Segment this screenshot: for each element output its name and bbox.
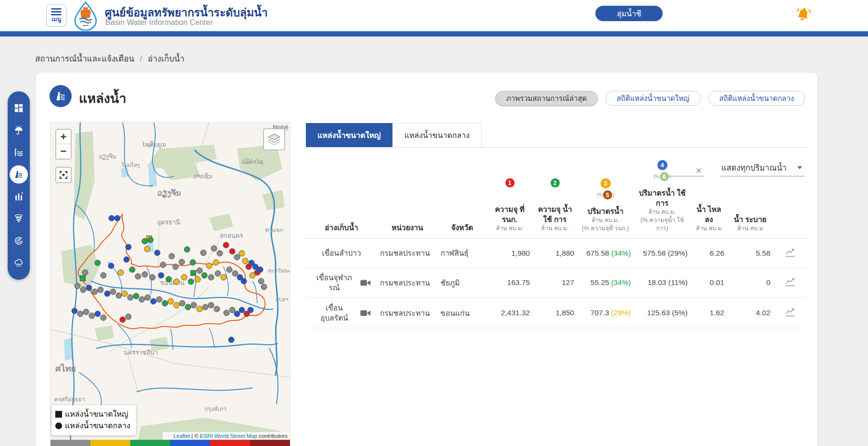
sidebar-item-reservoir-active[interactable] — [10, 165, 28, 184]
leaflet-map[interactable]: Nghệ Aໄຊສົມບູນວຽງຈັນໂພນໂຮງປາກຊັນບໍລິຄຳໄຊ… — [50, 122, 290, 446]
hamburger-icon — [51, 8, 62, 15]
col-label: จังหวัด — [440, 223, 484, 233]
attribution-separator: | © — [191, 433, 199, 439]
sidebar-item-weather[interactable] — [10, 254, 28, 272]
camera-icon[interactable] — [360, 279, 371, 286]
open-chart-button[interactable] — [785, 307, 795, 317]
svg-text:ໄຊສົມບູນ: ໄຊສົມບູນ — [142, 141, 166, 149]
svg-text:ບໍລິຄຳໄຊ: ບໍລິຄຳໄຊ — [242, 158, 264, 165]
header-action-buttons: ภาพรวมสถานการณ์ล่าสุด สถิติแหล่งน้ำขนาดใ… — [495, 91, 805, 106]
zoom-out-button[interactable]: − — [56, 144, 71, 159]
notification-bell-icon[interactable] — [794, 6, 812, 24]
page-title: แหล่งน้ำ — [79, 88, 126, 109]
usable-volume-cell: 18.03 (11%) — [634, 268, 691, 298]
sidebar-item-groundwater[interactable] — [10, 187, 28, 206]
breadcrumb-parent-link[interactable]: สถานการณ์น้ำและแจ้งเตือน — [35, 54, 134, 63]
fullscreen-icon — [59, 171, 68, 179]
sidebar-item-radar[interactable] — [10, 232, 28, 250]
rain-umbrella-icon — [13, 125, 24, 136]
leaflet-link[interactable]: Leaflet — [173, 433, 190, 439]
radar-icon — [13, 235, 24, 246]
col-agency: หน่วยงาน — [377, 158, 438, 239]
svg-text:กรุงสํเภา: กรุงสํเภา — [204, 406, 226, 413]
discharge-cell: 4.02 — [727, 298, 773, 328]
basemap: Nghệ Aໄຊສົມບູນວຽງຈັນໂພນໂຮງປາກຊັນບໍລິຄຳໄຊ… — [50, 123, 290, 446]
sidebar-item-storm[interactable] — [10, 210, 28, 228]
col-name: อ่างเก็บน้ำ — [306, 158, 377, 239]
volume-cell: 707.3(29%) — [577, 298, 634, 328]
dam-icon — [54, 90, 67, 102]
col-cap: 1ความจุ ที่ รนก.ล้าน ลบ.ม. — [487, 158, 533, 239]
usable-volume-cell: 575.58 (29%) — [634, 239, 691, 268]
table-row: เขื่อนลำปาวกรมชลประทานกาฬสินธุ์1,9801,88… — [306, 239, 807, 268]
layers-control-button[interactable] — [263, 128, 285, 150]
map-zoom-control: + − — [55, 129, 72, 160]
size-tabs: แหล่งน้ำขนาดใหญ่ แหล่งน้ำขนาดกลาง — [306, 123, 807, 148]
chart-line-icon — [785, 307, 795, 317]
overview-latest-button[interactable]: ภาพรวมสถานการณ์ล่าสุด — [495, 91, 598, 106]
clear-icon[interactable]: ✕ — [695, 167, 702, 175]
water-sources-card: แหล่งน้ำ ภาพรวมสถานการณ์ล่าสุด สถิติแหล่… — [35, 72, 818, 446]
attribution-suffix: contributors — [259, 433, 288, 439]
inflow-cell: 6.26 — [691, 239, 727, 268]
dashboard-icon — [13, 103, 24, 113]
basin-selector-button[interactable]: ลุ่มน้ำชี — [595, 6, 663, 21]
breadcrumb: สถานการณ์น้ำและแจ้งเตือน / อ่างเก็บน้ำ — [35, 52, 184, 65]
col-vol: 3(%5)ปริมาตรน้ำล้าน ลบ.ม.(% ความจุที่ รน… — [577, 158, 634, 239]
col-label: ความจุ น้ำใช้ การ — [536, 204, 574, 224]
col-unit: ล้าน ลบ.ม. — [580, 216, 631, 224]
usable-capacity-cell: 1,880 — [533, 239, 577, 268]
camera-icon[interactable] — [360, 310, 371, 317]
tab-medium-water-sources[interactable]: แหล่งน้ำขนาดกลาง — [392, 123, 482, 147]
layers-icon — [267, 132, 281, 147]
svg-text:ท่าแขก: ท่าแขก — [265, 227, 283, 234]
open-chart-button[interactable] — [785, 277, 795, 286]
legend-square-icon — [55, 411, 62, 418]
chevron-down-icon — [797, 166, 802, 169]
volume-percent: (29%) — [611, 309, 631, 317]
volume-display-select[interactable]: แสดงทุกปริมาณน้ำ — [720, 161, 805, 176]
sidebar-item-rainfall[interactable] — [10, 121, 28, 139]
badge-5: 5 — [603, 190, 612, 199]
province-cell: ขอนแก่น — [438, 298, 487, 328]
table-row: เขื่อนอุบลรัตน์ กรมชลประทานขอนแก่น2,431.… — [306, 298, 807, 328]
volume-cell: 55.25(34%) — [577, 268, 634, 298]
province-cell: ชัยภูมิ — [438, 268, 487, 298]
tab-large-water-sources[interactable]: แหล่งน้ำขนาดใหญ่ — [306, 123, 392, 147]
column-filter-select[interactable]: ✕ — [667, 166, 704, 176]
inflow-cell: 1.62 — [691, 298, 727, 328]
table-row: เขื่อนจุฬาภรณ์ กรมชลประทานชัยภูมิ163.751… — [306, 268, 807, 298]
col-label: อ่างเก็บน้ำ — [309, 223, 374, 233]
open-chart-button[interactable] — [785, 248, 795, 257]
discharge-cell: 5.58 — [727, 239, 773, 268]
badge-2: 2 — [551, 178, 560, 187]
rain-cloud-icon — [13, 258, 24, 268]
esri-link[interactable]: ESRI World Street Map — [200, 433, 257, 439]
stats-medium-button[interactable]: สถิติแหล่งน้ำขนาดกลาง — [708, 91, 805, 106]
sidebar-item-water-level[interactable] — [10, 143, 28, 161]
capacity-cell: 163.75 — [487, 268, 533, 298]
menu-button[interactable]: เมนู — [46, 4, 66, 26]
svg-text:ขอนแก่น: ขอนแก่น — [160, 279, 185, 286]
svg-text:ວຽງຈັນ: ວຽງຈັນ — [99, 153, 116, 160]
usable-capacity-cell: 1,850 — [533, 298, 577, 328]
volume-cell: 675.58(34%) — [577, 239, 634, 268]
col-label: ปริมาตรน้ำ — [580, 206, 631, 216]
discharge-cell: 0 — [727, 268, 773, 298]
water-drop-logo-icon — [71, 1, 100, 31]
menu-button-label: เมนู — [51, 16, 61, 23]
legend-circle-icon — [55, 422, 62, 429]
capacity-cell: 2,431.32 — [487, 298, 533, 328]
storm-funnel-icon — [13, 213, 24, 224]
svg-text:ວຽງຈັນ: ວຽງຈັນ — [157, 188, 181, 198]
table-filters: ✕ แสดงทุกปริมาณน้ำ — [667, 161, 805, 176]
stats-large-button[interactable]: สถิติแหล่งน้ำขนาดใหญ่ — [605, 91, 700, 106]
zoom-in-button[interactable]: + — [56, 130, 71, 144]
breadcrumb-current[interactable]: อ่างเก็บน้ำ — [148, 54, 184, 63]
legend-medium-label: แหล่งน้ำขนาดกลาง — [65, 420, 130, 432]
sidebar-item-dashboard[interactable] — [10, 99, 28, 117]
col-unit: ล้าน ลบ.ม. — [637, 208, 688, 216]
reservoir-name: เขื่อนจุฬาภรณ์ — [312, 273, 356, 293]
fullscreen-button[interactable] — [55, 167, 72, 183]
badge-1: 1 — [505, 178, 515, 187]
